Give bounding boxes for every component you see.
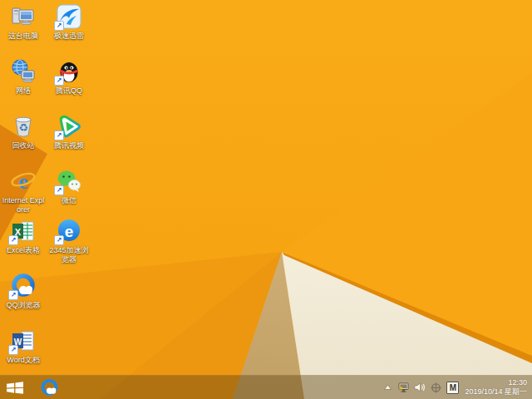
desktop-icon-label: 腾讯视频 xyxy=(47,141,91,150)
desktop-icon-label: Word文档 xyxy=(1,356,46,365)
network-icon xyxy=(10,58,37,85)
desktop-icon-label: QQ浏览器 xyxy=(1,301,46,310)
ie-icon: e xyxy=(10,168,37,195)
desktop-icon-excel[interactable]: X ↗ Excel表格 xyxy=(1,218,46,255)
network-status-icon[interactable]: * xyxy=(394,376,411,399)
desktop-icon-xunlei[interactable]: ↗ 极速迅雷 xyxy=(47,3,91,41)
this-pc-icon xyxy=(10,3,37,30)
desktop-icon-network[interactable]: 网络 xyxy=(1,58,46,96)
desktop-icon-tencent-video[interactable]: ↗ 腾讯视频 xyxy=(47,113,91,150)
desktop-icon-qq[interactable]: ↗ 腾讯QQ xyxy=(47,58,91,96)
desktop-icon-label: 腾讯QQ xyxy=(47,86,91,96)
desktop-icon-wechat[interactable]: ↗ 微信 xyxy=(47,168,91,205)
clock-time: 12:30 xyxy=(465,378,527,387)
desktop-icon-label: 这台电脑 xyxy=(1,32,46,41)
desktop-icon-this-pc[interactable]: 这台电脑 xyxy=(1,3,46,41)
taskbar-clock[interactable]: 12:30 2019/10/14 星期一 xyxy=(465,378,527,397)
svg-text:♻: ♻ xyxy=(18,121,28,134)
desktop-icon-label: 微信 xyxy=(47,196,91,205)
taskbar: * M 12:30 2019/1 xyxy=(0,375,532,399)
ime-mode-badge[interactable]: M xyxy=(444,376,461,399)
shortcut-arrow-icon: ↗ xyxy=(54,131,64,140)
taskbar-pinned-qq-browser[interactable] xyxy=(35,376,63,399)
svg-text:e: e xyxy=(65,223,74,240)
desktop-icon-label: 网络 xyxy=(1,86,46,96)
shortcut-arrow-icon: ↗ xyxy=(8,235,18,245)
desktop-icon-internet-explorer[interactable]: e Internet Explorer xyxy=(1,168,46,214)
clock-date: 2019/10/14 星期一 xyxy=(465,387,527,397)
desktop-icon-label: 回收站 xyxy=(1,141,46,150)
desktop-icon-label: Internet Explorer xyxy=(1,196,46,214)
hidden-icons-chevron[interactable] xyxy=(382,376,394,399)
desktop-icon-recycle-bin[interactable]: ♻ 回收站 xyxy=(1,113,46,150)
recycle-bin-icon: ♻ xyxy=(10,113,37,140)
desktop-icon-qq-browser[interactable]: ↗ QQ浏览器 xyxy=(1,273,46,310)
desktop-icon-label: Excel表格 xyxy=(1,246,46,255)
desktop-icon-2345-browser[interactable]: e ↗ 2345加速浏览器 xyxy=(47,218,91,264)
desktop-icon-word[interactable]: W ↗ Word文档 xyxy=(1,328,46,365)
desktop-screen: 这台电脑 ↗ 极速迅雷 网络 xyxy=(0,0,532,399)
qq-browser-icon xyxy=(40,378,59,397)
shortcut-arrow-icon: ↗ xyxy=(54,235,64,245)
ime-tool-icon[interactable] xyxy=(428,376,444,399)
desktop-icon-label: 极速迅雷 xyxy=(47,32,91,41)
start-button[interactable] xyxy=(0,376,30,399)
shortcut-arrow-icon: ↗ xyxy=(8,290,18,300)
shortcut-arrow-icon: ↗ xyxy=(8,345,18,355)
shortcut-arrow-icon: ↗ xyxy=(54,76,64,86)
shortcut-arrow-icon: ↗ xyxy=(54,185,64,195)
shortcut-arrow-icon: ↗ xyxy=(54,21,64,31)
desktop-icon-label: 2345加速浏览器 xyxy=(47,246,91,264)
windows-logo-icon xyxy=(7,382,23,394)
volume-icon[interactable] xyxy=(411,376,428,399)
system-tray: * M 12:30 2019/1 xyxy=(382,376,532,399)
